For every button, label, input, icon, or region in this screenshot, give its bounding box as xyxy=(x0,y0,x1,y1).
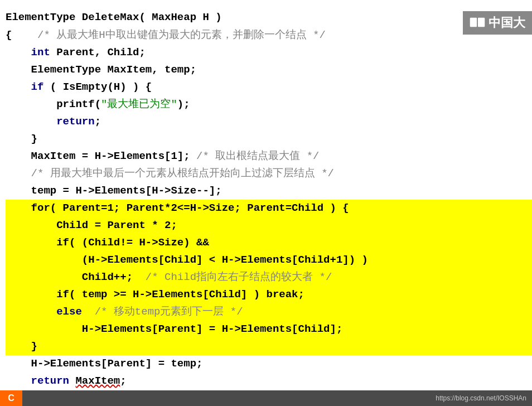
svg-rect-0 xyxy=(470,18,477,27)
line-12: for( Parent=1; Parent*2<=H->Size; Parent… xyxy=(6,200,532,217)
line-8: } xyxy=(6,130,532,148)
book-icon xyxy=(470,17,485,29)
line-10: /* 用最大堆中最后一个元素从根结点开始向上过滤下层结点 */ xyxy=(6,165,532,182)
code-container: 中国大 ElementType DeleteMax( MaxHeap H ) {… xyxy=(0,0,532,406)
line-3: int Parent, Child; xyxy=(6,44,532,61)
line-9: MaxItem = H->Elements[1]; /* 取出根结点最大值 */ xyxy=(6,148,532,165)
line-5: if ( IsEmpty(H) ) { xyxy=(6,79,532,96)
line-16: Child++; /* Child指向左右子结点的较大者 */ xyxy=(6,269,532,286)
line-17: if( temp >= H->Elements[Child] ) break; xyxy=(6,286,532,303)
logo-c: C xyxy=(8,393,14,403)
line-22: return MaxItem; xyxy=(6,373,532,390)
logo-area: C xyxy=(0,390,22,406)
svg-rect-1 xyxy=(478,18,485,27)
line-15: (H->Elements[Child] < H->Elements[Child+… xyxy=(6,252,532,269)
line-4: ElementType MaxItem, temp; xyxy=(6,61,532,79)
bottom-bar: C https://blog.csdn.net/IOSSHAn xyxy=(0,390,532,406)
code-block: ElementType DeleteMax( MaxHeap H ) { /* … xyxy=(0,0,532,398)
line-18: else /* 移动temp元素到下一层 */ xyxy=(6,303,532,321)
line-2: { /* 从最大堆H中取出键值为最大的元素，并删除一个结点 */ xyxy=(6,27,532,44)
line-6: printf("最大堆已为空"); xyxy=(6,96,532,113)
line-7: return; xyxy=(6,113,532,130)
line-21: H->Elements[Parent] = temp; xyxy=(6,355,532,373)
line-13: Child = Parent * 2; xyxy=(6,217,532,234)
bottom-url: https://blog.csdn.net/IOSSHAn xyxy=(436,394,526,402)
watermark-text: 中国大 xyxy=(489,14,525,31)
line-20: } xyxy=(6,338,532,355)
line-11: temp = H->Elements[H->Size--]; xyxy=(6,182,532,200)
line-14: if( (Child!= H->Size) && xyxy=(6,234,532,252)
line-1: ElementType DeleteMax( MaxHeap H ) xyxy=(6,8,532,27)
watermark: 中国大 xyxy=(463,11,532,35)
line-19: H->Elements[Parent] = H->Elements[Child]… xyxy=(6,321,532,338)
